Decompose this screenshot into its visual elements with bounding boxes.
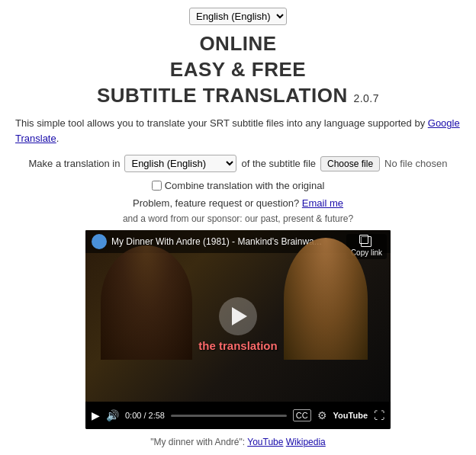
video-container: My Dinner With Andre (1981) - Mankind's …	[85, 230, 391, 429]
video-caption: "My dinner with André": YouTube Wikipedi…	[15, 437, 461, 447]
video-time: 0:00 / 2:58	[125, 411, 165, 420]
play-icon	[232, 307, 247, 325]
combine-checkbox[interactable]	[152, 181, 162, 191]
play-pause-button[interactable]: ▶	[92, 409, 100, 421]
sponsor-row: and a word from our sponsor: our past, p…	[15, 213, 461, 224]
version-badge: 2.0.7	[353, 92, 379, 104]
video-thumbnail[interactable]: My Dinner With Andre (1981) - Mankind's …	[85, 230, 391, 402]
choose-file-button[interactable]: Choose file	[320, 156, 380, 171]
video-controls: ▶ 🔊 0:00 / 2:58 CC ⚙ YouTube ⛶	[85, 402, 391, 429]
page-wrapper: English (English) ONLINE EASY & FREE SUB…	[0, 0, 476, 455]
translation-lang-select[interactable]: English (English) French Spanish German …	[124, 155, 236, 172]
main-title: ONLINE EASY & FREE SUBTITLE TRANSLATION …	[15, 31, 461, 108]
video-subtitle: the translation	[198, 339, 277, 352]
copy-icon	[361, 236, 371, 247]
problem-row: Problem, feature request or question? Em…	[15, 197, 461, 209]
top-lang-select-wrapper: English (English)	[15, 8, 461, 25]
top-lang-select[interactable]: English (English)	[189, 8, 287, 25]
fullscreen-button[interactable]: ⛶	[374, 409, 384, 421]
cc-button[interactable]: CC	[293, 409, 311, 421]
translation-row: Make a translation in English (English) …	[15, 155, 461, 172]
video-figure-right	[284, 238, 368, 360]
caption-wikipedia-link[interactable]: Wikipedia	[286, 437, 326, 447]
yt-channel-icon	[92, 234, 107, 249]
email-me-link[interactable]: Email me	[302, 197, 343, 209]
caption-youtube-link[interactable]: YouTube	[247, 437, 283, 447]
youtube-logo[interactable]: YouTube	[333, 411, 368, 420]
settings-icon[interactable]: ⚙	[317, 409, 327, 421]
volume-button[interactable]: 🔊	[106, 409, 119, 421]
description: This simple tool allows you to translate…	[15, 116, 461, 146]
checkbox-row: Combine translation with the original	[15, 180, 461, 191]
video-figure-left	[101, 245, 192, 360]
make-label: Make a translation in	[29, 158, 121, 169]
of-label: of the subtitle file	[241, 158, 316, 169]
play-button[interactable]	[219, 297, 257, 335]
progress-bar[interactable]	[171, 415, 287, 417]
combine-label: Combine translation with the original	[165, 180, 325, 191]
no-file-label: No file chosen	[384, 158, 447, 169]
